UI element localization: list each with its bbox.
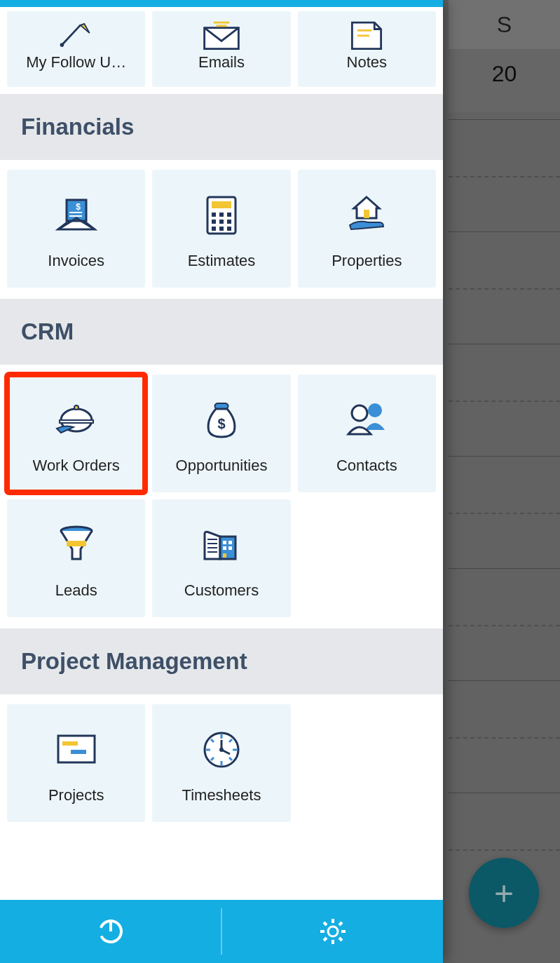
funnel-icon — [50, 521, 103, 569]
money-bag-icon — [195, 396, 248, 444]
nav-tile-estimates[interactable]: Estimates — [152, 170, 290, 288]
nav-tile-emails[interactable]: Emails — [152, 11, 290, 87]
nav-tile-timesheets[interactable]: Timesheets — [152, 704, 290, 822]
nav-tile-contacts[interactable]: Contacts — [298, 375, 436, 492]
tile-label: My Follow U… — [26, 53, 126, 72]
tile-label: Properties — [332, 252, 402, 270]
nav-tile-leads[interactable]: Leads — [7, 499, 145, 617]
serve-icon — [50, 396, 103, 444]
drawer-accent-bar — [0, 0, 443, 7]
nav-tile-projects[interactable]: Projects — [7, 704, 145, 822]
nav-tile-invoices[interactable]: Invoices — [7, 170, 145, 288]
envelope-icon — [200, 18, 243, 50]
nav-tile-work-orders[interactable]: Work Orders — [7, 375, 145, 492]
house-hand-icon — [340, 191, 393, 239]
nav-tile-customers[interactable]: Customers — [152, 499, 290, 617]
tile-label: Contacts — [336, 457, 397, 475]
tile-label: Leads — [55, 581, 97, 600]
buildings-icon — [195, 521, 248, 569]
drawer-bottom-bar — [0, 900, 443, 963]
nav-tile-notes[interactable]: Notes — [298, 11, 436, 87]
people-icon — [340, 396, 393, 444]
tile-label: Emails — [198, 53, 245, 72]
drawer-body: My Follow U… Emails Notes Financials Inv… — [0, 7, 443, 900]
add-fab[interactable]: + — [469, 858, 539, 928]
tile-label: Customers — [184, 581, 259, 600]
invoice-icon — [50, 191, 103, 239]
gear-icon — [319, 917, 347, 945]
nav-tile-opportunities[interactable]: Opportunities — [152, 375, 290, 492]
tile-label: Notes — [347, 53, 387, 72]
tile-label: Estimates — [188, 252, 256, 270]
calculator-icon — [195, 191, 248, 239]
section-header-crm: CRM — [0, 299, 443, 365]
clock-icon — [195, 726, 248, 774]
pin-icon — [55, 18, 97, 50]
power-icon — [97, 917, 125, 945]
tile-label: Work Orders — [33, 457, 120, 475]
tile-label: Opportunities — [176, 457, 268, 475]
section-header-pm: Project Management — [0, 628, 443, 694]
nav-tile-properties[interactable]: Properties — [298, 170, 436, 288]
section-header-financials: Financials — [0, 94, 443, 160]
gantt-icon — [50, 726, 103, 774]
note-icon — [346, 18, 388, 50]
tile-label: Projects — [48, 786, 104, 804]
settings-button[interactable] — [222, 900, 443, 963]
tile-label: Timesheets — [182, 786, 261, 804]
navigation-drawer: My Follow U… Emails Notes Financials Inv… — [0, 0, 443, 963]
nav-tile-my-follow-ups[interactable]: My Follow U… — [7, 11, 145, 87]
plus-icon: + — [494, 874, 514, 913]
tile-label: Invoices — [48, 252, 104, 270]
power-button[interactable] — [0, 900, 221, 963]
